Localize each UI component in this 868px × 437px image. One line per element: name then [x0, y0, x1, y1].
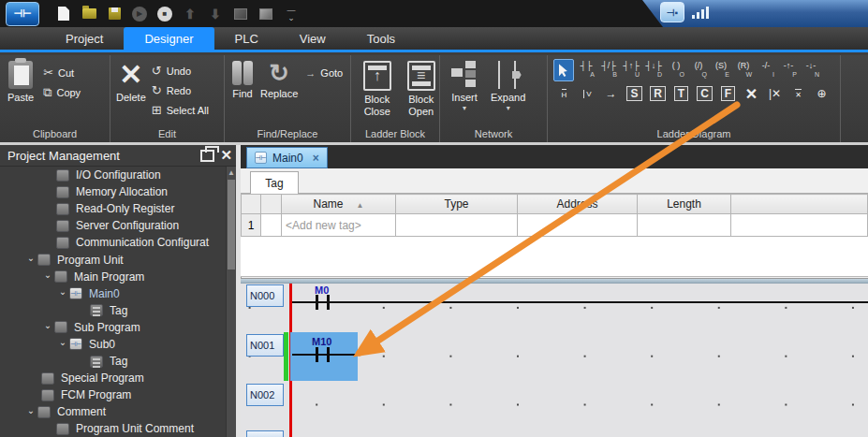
tree-item-special-program[interactable]: Special Program [0, 370, 226, 386]
column-header-type[interactable]: Type [396, 195, 518, 214]
tree-item-io-configuration[interactable]: I/O Configuration [0, 167, 226, 183]
compile-button[interactable] [232, 6, 249, 22]
contact-operand-m0[interactable]: M0 [315, 284, 329, 296]
rung-label-n002[interactable]: N002 [246, 384, 284, 406]
column-header-length[interactable]: Length [638, 195, 731, 214]
replace-button[interactable]: ↻ Replace [260, 55, 298, 99]
ladder-pin-button[interactable]: ⊣▪ [660, 2, 684, 22]
contact-symbol-m10[interactable] [316, 347, 330, 362]
vertical-line-button[interactable]: V [577, 83, 598, 104]
timer-instruction-button[interactable]: T [670, 83, 692, 104]
goto-button[interactable]: → Goto [305, 63, 343, 82]
column-header-address[interactable]: Address [518, 195, 638, 214]
contact-nc-button[interactable]: ┤/├B [598, 59, 619, 81]
tree-item-communication-configuration[interactable]: Communication Configurat [0, 234, 226, 251]
expand-dropdown-icon[interactable]: ▾ [507, 106, 510, 111]
new-file-button[interactable] [55, 6, 72, 22]
tree-item-program-unit-comment[interactable]: Program Unit Comment [0, 420, 226, 437]
chevron-down-icon[interactable]: ⌄ [56, 337, 69, 347]
select-cursor-button[interactable] [553, 59, 574, 81]
tree-item-read-only-register[interactable]: Read-Only Register [0, 200, 226, 217]
tree-item-memory-allocation[interactable]: Memory Allocation [0, 183, 226, 200]
contact-falling-button[interactable]: ┤↓├D [643, 59, 664, 81]
contact-symbol-m0[interactable] [316, 295, 330, 310]
block-close-button[interactable]: ↑ Block Close [359, 55, 395, 118]
undo-button[interactable]: ↺ Undo [152, 61, 209, 80]
close-panel-icon[interactable]: ✕ [220, 147, 232, 164]
float-panel-icon[interactable] [200, 150, 214, 162]
tab-designer[interactable]: Designer [124, 27, 213, 50]
column-header-name[interactable]: Name▲ [282, 195, 396, 214]
reset-instruction-button[interactable]: R [647, 83, 669, 104]
coil-not-button[interactable]: (/)Q [688, 59, 709, 81]
run-button[interactable]: ▶ [131, 6, 148, 22]
block-open-button[interactable]: ≡ Block Open [403, 55, 439, 118]
rising-pulse-button[interactable]: -↑-P [778, 59, 799, 81]
download-button[interactable]: ⬇ [207, 6, 224, 22]
save-button[interactable] [106, 6, 123, 22]
insert-network-button[interactable]: Insert ▾ [451, 55, 478, 111]
close-tab-icon[interactable]: × [313, 152, 319, 165]
scroll-up-icon[interactable]: ▲ [227, 167, 236, 179]
tab-view[interactable]: View [279, 27, 346, 50]
tab-main0-document[interactable]: ⊣⊢ Main0 × [246, 147, 328, 168]
redo-button[interactable]: ↻ Redo [152, 80, 209, 100]
address-cell[interactable] [518, 214, 638, 237]
chevron-down-icon[interactable]: ⌄ [56, 286, 69, 297]
function-instruction-button[interactable]: F [717, 83, 739, 104]
tree-item-main0[interactable]: ⌄Main0 [0, 285, 226, 302]
falling-pulse-button[interactable]: -↓-N [801, 59, 821, 81]
delete-vertical-button[interactable]: |✕ [764, 83, 786, 104]
tree-item-sub0[interactable]: ⌄Sub0 [0, 336, 226, 353]
tree-item-main-program[interactable]: ⌄Main Program [0, 269, 226, 285]
delete-network-button[interactable]: ✕ [787, 83, 809, 104]
length-cell[interactable] [638, 214, 731, 237]
app-logo-icon[interactable]: ⊣⊢ [6, 2, 39, 26]
horizontal-line-button[interactable]: H [553, 83, 575, 104]
chevron-down-icon[interactable]: ⌄ [24, 253, 37, 263]
expand-network-button[interactable]: Expand ▾ [491, 55, 525, 111]
rung-label-n003-partial[interactable] [246, 430, 284, 437]
contact-no-button[interactable]: ┤├A [576, 59, 596, 81]
chevron-down-icon[interactable]: ⌄ [41, 320, 54, 330]
paste-button[interactable]: Paste [7, 55, 34, 103]
tree-item-sub-program[interactable]: ⌄Sub Program [0, 319, 226, 336]
tab-project[interactable]: Project [45, 27, 124, 50]
rung-label-n001[interactable]: N001 [246, 334, 284, 357]
set-instruction-button[interactable]: S [624, 83, 645, 104]
scrollbar-thumb[interactable] [228, 180, 235, 269]
ladder-workspace[interactable]: N000 M0 N001 M10 N002 [241, 278, 868, 437]
tree-item-comment[interactable]: ⌄Comment [0, 403, 226, 420]
coil-out-button[interactable]: ( )O [666, 59, 686, 81]
contact-rising-button[interactable]: ┤↑├U [621, 59, 641, 81]
tree-item-sub0-tag[interactable]: Tag [0, 353, 226, 370]
insert-dropdown-icon[interactable]: ▾ [463, 106, 466, 111]
delete-button[interactable]: ✕ Delete [116, 55, 146, 120]
counter-instruction-button[interactable]: C [694, 83, 715, 104]
tree-item-fcm-program[interactable]: FCM Program [0, 386, 226, 403]
open-project-button[interactable] [81, 6, 97, 22]
wire-arrow-button[interactable]: → [600, 83, 622, 104]
add-new-tag-cell[interactable]: <Add new tag> [282, 214, 396, 237]
tree-item-program-unit[interactable]: ⌄Program Unit [0, 251, 226, 268]
coil-reset-button[interactable]: (R)W [733, 59, 754, 81]
upload-button[interactable]: ⬆ [182, 6, 199, 22]
select-all-button[interactable]: ⊞ Select All [152, 100, 209, 120]
zoom-button[interactable]: ⊕ [811, 83, 832, 104]
type-cell[interactable] [396, 214, 518, 237]
coil-set-button[interactable]: (S)E [711, 59, 731, 81]
find-button[interactable]: Find [232, 55, 253, 99]
panel-scrollbar[interactable]: ▲ [226, 167, 236, 437]
inverter-button[interactable]: -/-I [756, 59, 776, 81]
delete-element-button[interactable]: ✕ [741, 83, 762, 104]
tab-tools[interactable]: Tools [346, 27, 416, 50]
contact-operand-m10[interactable]: M10 [312, 336, 331, 347]
tab-tag[interactable]: Tag [250, 171, 299, 194]
tree-item-main0-tag[interactable]: Tag [0, 302, 226, 319]
cut-button[interactable]: ✂ Cut [43, 63, 81, 82]
rung-label-n000[interactable]: N000 [246, 284, 284, 307]
simulate-button[interactable] [257, 6, 274, 22]
tree-item-server-configuration[interactable]: Server Configuration [0, 217, 226, 234]
copy-button[interactable]: ⧉ Copy [43, 82, 81, 102]
tab-plc[interactable]: PLC [214, 27, 279, 50]
